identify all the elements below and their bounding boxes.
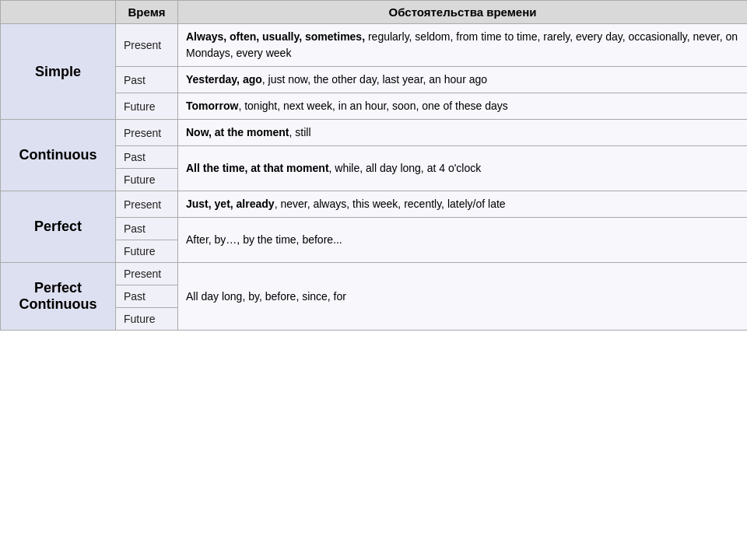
time-cell: Past	[116, 285, 178, 308]
content-cell: All day long, by, before, since, for	[178, 263, 748, 331]
time-cell: Present	[116, 24, 178, 67]
time-cell: Present	[116, 120, 178, 146]
time-cell: Past	[116, 218, 178, 240]
time-cell: Present	[116, 191, 178, 218]
content-cell: All the time, at that moment, while, all…	[178, 146, 748, 191]
time-cell: Future	[116, 240, 178, 263]
category-cell: PerfectContinuous	[1, 263, 116, 331]
content-cell: Yesterday, ago, just now, the other day,…	[178, 67, 748, 93]
time-cell: Future	[116, 93, 178, 120]
category-cell: Simple	[1, 24, 116, 120]
content-cell: Always, often, usually, sometimes, regul…	[178, 24, 748, 67]
content-cell: After, by…, by the time, before...	[178, 218, 748, 263]
content-cell: Tomorrow, tonight, next week, in an hour…	[178, 93, 748, 120]
content-cell: Now, at the moment, still	[178, 120, 748, 146]
time-cell: Future	[116, 169, 178, 191]
category-cell: Continuous	[1, 120, 116, 191]
table-header: Время Обстоятельства времени	[1, 1, 748, 24]
table-row: SimplePresentAlways, often, usually, som…	[1, 24, 748, 67]
category-cell: Perfect	[1, 191, 116, 263]
table-row: PerfectContinuousPresentAll day long, by…	[1, 263, 748, 285]
content-cell: Just, yet, already, never, always, this …	[178, 191, 748, 218]
header-category	[1, 1, 116, 24]
header-content: Обстоятельства времени	[178, 1, 748, 24]
table-row: PerfectPresentJust, yet, already, never,…	[1, 191, 748, 218]
header-time: Время	[116, 1, 178, 24]
table-row: ContinuousPresentNow, at the moment, sti…	[1, 120, 748, 146]
time-cell: Past	[116, 146, 178, 169]
time-cell: Present	[116, 263, 178, 285]
time-cell: Future	[116, 308, 178, 331]
time-cell: Past	[116, 67, 178, 93]
